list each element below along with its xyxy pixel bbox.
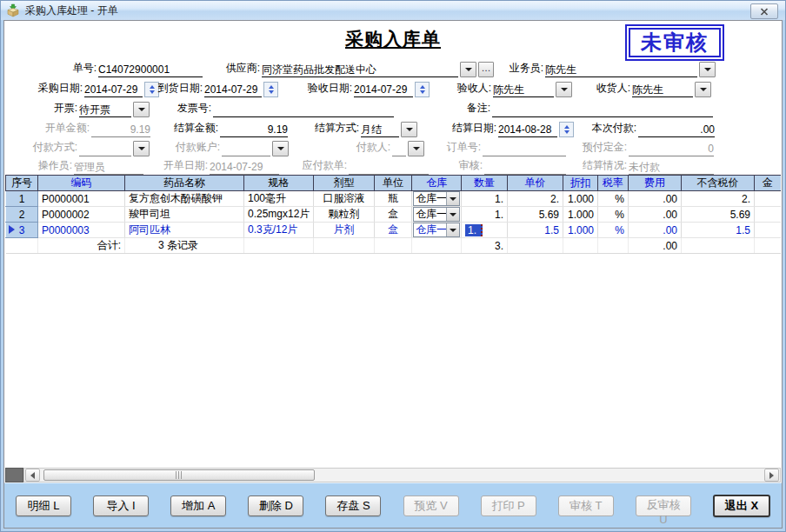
order-no-input[interactable]: C14072900001 (98, 63, 203, 77)
exit-button[interactable]: 退出 X (713, 495, 770, 517)
horizontal-scrollbar[interactable] (5, 468, 781, 482)
warehouse-dropdown-icon[interactable] (446, 192, 459, 205)
close-button[interactable] (750, 3, 778, 19)
cell-price[interactable]: 1.5 (508, 223, 563, 238)
cell-price[interactable]: 2. (508, 191, 563, 207)
invoice-no-input[interactable] (213, 103, 394, 117)
cell-form[interactable]: 颗粒剂 (314, 207, 375, 223)
cell-netprice[interactable]: 2. (682, 191, 755, 207)
cell-amount[interactable] (755, 223, 782, 238)
scrollbar-thumb[interactable] (43, 469, 315, 481)
cell-tax[interactable]: % (598, 207, 629, 223)
thumb-grip-icon (176, 471, 183, 479)
col-warehouse: 仓库 (412, 176, 462, 191)
cell-fee[interactable]: .00 (629, 207, 682, 223)
summary-seq (6, 238, 38, 254)
delete-button[interactable]: 删除 D (248, 495, 303, 516)
qty-edit-cell[interactable]: 1. (465, 224, 483, 236)
pay-account-dropdown-icon[interactable] (272, 141, 289, 156)
scroll-right-button[interactable] (764, 469, 779, 482)
remark-input[interactable] (492, 103, 713, 117)
inspector-input[interactable]: 陈先生 (493, 83, 554, 97)
settle-method-dropdown-icon[interactable] (401, 122, 417, 137)
field-deposit: 预付定金: 0 (568, 142, 714, 156)
purchase-date-input[interactable]: 2014-07-29 (84, 83, 143, 97)
bill-date-value: 2014-07-29 (210, 161, 279, 175)
salesman-dropdown-icon[interactable] (699, 62, 716, 77)
warehouse-combobox[interactable]: 仓库一 (414, 223, 446, 237)
payment-now-input[interactable]: .00 (638, 123, 715, 137)
cell-amount[interactable] (755, 207, 782, 223)
cell-warehouse[interactable]: 仓库一 (412, 207, 462, 223)
cell-qty[interactable]: 1. (462, 207, 508, 223)
save-button[interactable]: 存盘 S (325, 495, 381, 516)
warehouse-combobox[interactable]: 仓库一 (414, 191, 446, 206)
cell-fee[interactable]: .00 (629, 223, 682, 238)
cell-amount[interactable] (755, 191, 782, 207)
cell-unit[interactable]: 盒 (375, 207, 412, 223)
inspect-date-spinner[interactable] (415, 82, 430, 97)
add-button[interactable]: 增加 A (170, 495, 226, 516)
inspector-label: 验收人: (444, 81, 491, 97)
row-selector[interactable]: 2 (6, 207, 38, 223)
inspect-date-input[interactable]: 2014-07-29 (354, 83, 413, 97)
summary-discount (563, 238, 598, 254)
warehouse-combobox[interactable]: 仓库一 (414, 207, 446, 222)
settle-amount-input[interactable]: 9.19 (220, 123, 288, 137)
cell-netprice[interactable]: 5.69 (682, 207, 755, 223)
detail-button[interactable]: 明细 L (16, 495, 71, 516)
cell-form[interactable]: 片剂 (314, 223, 375, 238)
cell-tax[interactable]: % (598, 191, 629, 207)
cell-spec[interactable]: 0.25mgx12片 (244, 207, 314, 223)
settle-amount-label: 结算金额: (150, 121, 218, 137)
cell-form[interactable]: 口服溶液 (314, 191, 375, 207)
arrival-date-label: 到货日期: (150, 81, 203, 97)
cell-discount[interactable]: 1.000 (563, 191, 598, 207)
cell-discount[interactable]: 1.000 (563, 207, 598, 223)
cell-warehouse[interactable]: 仓库一 (412, 191, 462, 207)
cell-warehouse[interactable]: 仓库一 (412, 223, 462, 238)
warehouse-dropdown-icon[interactable] (446, 208, 459, 221)
payer-dropdown-icon[interactable] (408, 141, 424, 156)
col-form: 剂型 (314, 176, 375, 191)
receiver-dropdown-icon[interactable] (695, 82, 711, 97)
invoice-status-input[interactable]: 待开票 (79, 103, 131, 117)
cell-qty-editing[interactable]: 1. (462, 223, 508, 238)
cell-discount[interactable]: 1.000 (563, 223, 598, 238)
cell-code[interactable]: P0000002 (38, 207, 125, 223)
invoice-status-dropdown-icon[interactable] (133, 102, 150, 117)
cell-unit[interactable]: 盒 (375, 223, 412, 238)
scroll-left-button[interactable] (25, 469, 40, 482)
supplier-input[interactable]: 同济堂药品批发配送中心 (262, 63, 458, 77)
settle-date-input[interactable]: 2014-08-28 (498, 123, 557, 137)
cell-name[interactable]: 阿司匹林 (125, 223, 244, 238)
arrival-date-spinner[interactable] (263, 82, 278, 97)
cell-tax[interactable]: % (598, 223, 629, 238)
titlebar[interactable]: 采购入库处理 - 开单 (1, 1, 785, 20)
window-title: 采购入库处理 - 开单 (25, 3, 118, 18)
salesman-input[interactable]: 陈先生 (545, 63, 697, 77)
inspector-dropdown-icon[interactable] (556, 82, 572, 97)
scrollbar-track[interactable] (23, 468, 781, 482)
cell-spec[interactable]: 0.3克/12片 (244, 223, 314, 238)
cell-code[interactable]: P0000001 (38, 191, 125, 207)
pay-method-dropdown-icon[interactable] (133, 141, 150, 156)
import-button[interactable]: 导入 I (93, 495, 149, 516)
cell-netprice[interactable]: 1.5 (682, 223, 755, 238)
row-selector[interactable]: 1 (6, 191, 38, 207)
cell-unit[interactable]: 瓶 (375, 191, 412, 207)
cell-name[interactable]: 羧甲司坦 (125, 207, 244, 223)
settle-method-input[interactable]: 月结 (361, 123, 399, 137)
payable-bill-value (349, 161, 429, 175)
receiver-input[interactable]: 陈先生 (632, 83, 693, 97)
cell-name[interactable]: 复方愈创木酚磺酸钾 (125, 191, 244, 207)
supplier-dropdown-icon[interactable] (460, 62, 476, 77)
cell-qty[interactable]: 1. (462, 191, 508, 207)
arrival-date-input[interactable]: 2014-07-29 (204, 83, 262, 97)
cell-spec[interactable]: 100毫升 (244, 191, 314, 207)
cell-code[interactable]: P0000003 (38, 223, 125, 238)
cell-fee[interactable]: .00 (629, 191, 682, 207)
cell-price[interactable]: 5.69 (508, 207, 563, 223)
warehouse-dropdown-icon[interactable] (446, 223, 459, 236)
row-selector[interactable]: 3 (6, 223, 38, 238)
